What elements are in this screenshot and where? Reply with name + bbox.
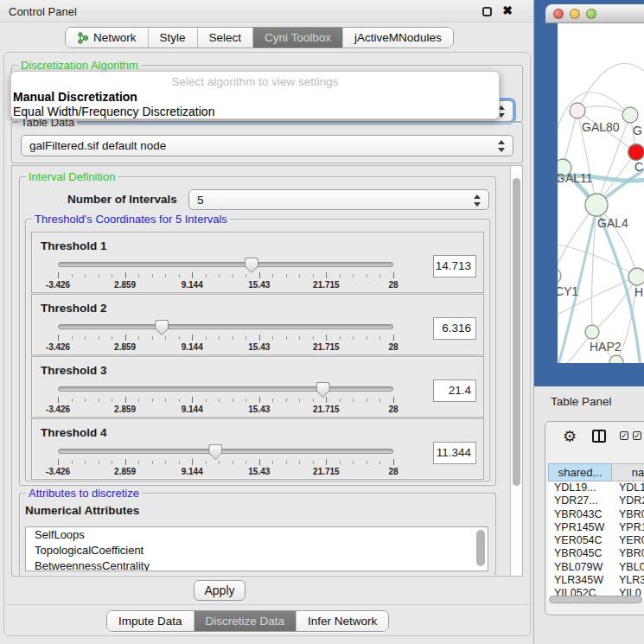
slider-ticks xyxy=(58,459,393,466)
threshold-value-field[interactable]: 14.713 xyxy=(433,255,476,277)
tick-mark xyxy=(393,335,394,341)
close-icon[interactable]: ✖ xyxy=(502,3,513,17)
tab-jactivemnodules[interactable]: jActiveMNodules xyxy=(342,28,453,48)
tab-style[interactable]: Style xyxy=(148,28,197,48)
node-hap2[interactable] xyxy=(585,325,599,339)
tick-mark xyxy=(393,397,394,403)
tick-mark xyxy=(353,336,354,340)
table-data-combobox[interactable]: galFiltered.sif default node xyxy=(21,135,513,156)
tick-mark xyxy=(72,461,73,464)
tick-mark xyxy=(138,461,139,464)
network-window-titlebar[interactable] xyxy=(545,4,644,23)
node-unlabeled[interactable] xyxy=(622,107,638,123)
tab-infer-network[interactable]: Infer Network xyxy=(296,611,388,631)
threshold-value-field[interactable]: 21.4 xyxy=(433,379,476,402)
attribute-item[interactable]: TopologicalCoefficient xyxy=(26,543,488,558)
network-canvas[interactable]: GAL80 G C GAL11 GAL4 GCY1 H HAP2 xyxy=(558,23,644,363)
slider-handle[interactable] xyxy=(245,258,258,273)
checkbox-icon[interactable]: ✓ xyxy=(620,431,628,440)
mac-minimize-icon[interactable] xyxy=(570,9,580,19)
tab-label: jActiveMNodules xyxy=(354,31,442,44)
tab-impute-data[interactable]: Impute Data xyxy=(107,611,194,631)
tab-discretize-data[interactable]: Discretize Data xyxy=(194,611,296,631)
tab-select[interactable]: Select xyxy=(197,28,253,48)
mac-zoom-icon[interactable] xyxy=(586,9,596,19)
tick-mark xyxy=(206,461,207,464)
tick-mark xyxy=(379,399,380,402)
column-header-shared[interactable]: shared... xyxy=(548,463,612,481)
settings-scrollbar-track[interactable] xyxy=(510,166,522,576)
tick-mark xyxy=(85,336,86,340)
table-row[interactable]: YBL079WYBL0 xyxy=(548,561,644,574)
threshold-value-field[interactable]: 11.344 xyxy=(433,442,476,464)
tick-mark xyxy=(219,336,220,340)
threshold-value-field[interactable]: 6.316 xyxy=(433,317,476,340)
apply-button[interactable]: Apply xyxy=(194,580,245,601)
slider-handle[interactable] xyxy=(316,382,330,398)
cell-shared-name: YDL19... xyxy=(548,481,612,494)
tick-mark xyxy=(125,459,126,465)
mac-close-icon[interactable] xyxy=(553,9,564,19)
number-of-intervals-combobox[interactable]: 5 xyxy=(188,189,489,210)
float-window-icon[interactable] xyxy=(482,7,492,16)
table-row[interactable]: YDR27...YDR2 xyxy=(548,494,644,507)
cell-shared-name: YER054C xyxy=(548,534,612,547)
checkbox-icon[interactable]: ✓ xyxy=(633,431,641,440)
slider-track[interactable] xyxy=(58,324,393,329)
slider-track[interactable] xyxy=(58,386,393,392)
tick-mark xyxy=(179,336,180,340)
attribute-item[interactable]: BetweennessCentrality xyxy=(26,558,488,571)
table-row[interactable]: YBR045CYBR0 xyxy=(548,547,644,560)
settings-scrollbar-thumb[interactable] xyxy=(513,178,520,486)
menu-item-equal-width-frequency[interactable]: Equal Width/Frequency Discretization xyxy=(13,105,214,118)
table-row[interactable]: YBR043CYBR0 xyxy=(548,508,644,521)
slider-track[interactable] xyxy=(58,449,393,454)
node-gal80[interactable] xyxy=(570,103,585,118)
group-title: Attributes to discretize xyxy=(26,487,142,500)
node-gcy1[interactable] xyxy=(558,268,561,284)
split-view-icon[interactable] xyxy=(592,430,606,443)
table-row[interactable]: YDL19...YDL1 xyxy=(548,481,644,494)
tick-label: 21.715 xyxy=(313,342,340,352)
tab-cyni-toolbox[interactable]: Cyni Toolbox xyxy=(252,28,342,48)
node-gal4[interactable] xyxy=(585,194,608,216)
tick-mark xyxy=(326,335,327,341)
slider-track[interactable] xyxy=(58,262,393,267)
tick-label: 28 xyxy=(388,280,398,290)
gear-icon[interactable]: ⚙ xyxy=(563,427,577,446)
tick-mark xyxy=(286,336,287,340)
slider-handle[interactable] xyxy=(155,320,169,335)
tab-label: Impute Data xyxy=(118,615,182,628)
attribute-item[interactable]: SelfLoops xyxy=(26,527,488,543)
table-row[interactable]: YPR145WYPR1 xyxy=(548,521,644,534)
tick-label: 21.715 xyxy=(313,280,340,290)
panel-title: Control Panel xyxy=(9,5,77,18)
table-hscrollbar-thumb[interactable] xyxy=(549,596,642,603)
tick-mark xyxy=(219,274,220,277)
column-header-name[interactable]: na xyxy=(612,463,644,481)
tick-mark xyxy=(245,461,246,464)
tick-mark xyxy=(99,274,99,277)
tab-label: Style xyxy=(160,31,186,44)
network-icon xyxy=(77,32,89,44)
tick-mark xyxy=(272,461,273,464)
numerical-attributes-list[interactable]: SelfLoopsTopologicalCoefficientBetweenne… xyxy=(25,526,488,571)
numerical-attributes-label: Numerical Attributes xyxy=(25,504,139,517)
node-h[interactable] xyxy=(628,268,644,285)
tick-label: -3.426 xyxy=(46,280,70,290)
table-row[interactable]: YLR345WYLR3 xyxy=(548,574,644,587)
menu-item-manual-discretization[interactable]: Manual Discretization xyxy=(13,90,137,104)
table-row[interactable]: YER054CYER0 xyxy=(548,534,644,547)
threshold-panel-4: Threshold 4 -3.4262.8599.14415.4321.7152… xyxy=(31,418,484,480)
tab-network[interactable]: Network xyxy=(66,28,148,48)
node-label-h: H xyxy=(634,285,643,299)
tick-mark xyxy=(259,272,260,278)
tab-label: Discretize Data xyxy=(206,615,285,628)
table-panel-box: ⚙ ✓ ✓ shared... na YDL19...YDL1YDR27...Y… xyxy=(545,421,644,615)
slider-handle[interactable] xyxy=(208,444,222,460)
list-scrollbar-thumb[interactable] xyxy=(476,530,485,566)
cell-name: YDL1 xyxy=(612,481,644,494)
node-selected-red[interactable] xyxy=(628,144,644,161)
tick-label: 2.859 xyxy=(114,342,136,352)
tab-label: Infer Network xyxy=(308,615,377,628)
